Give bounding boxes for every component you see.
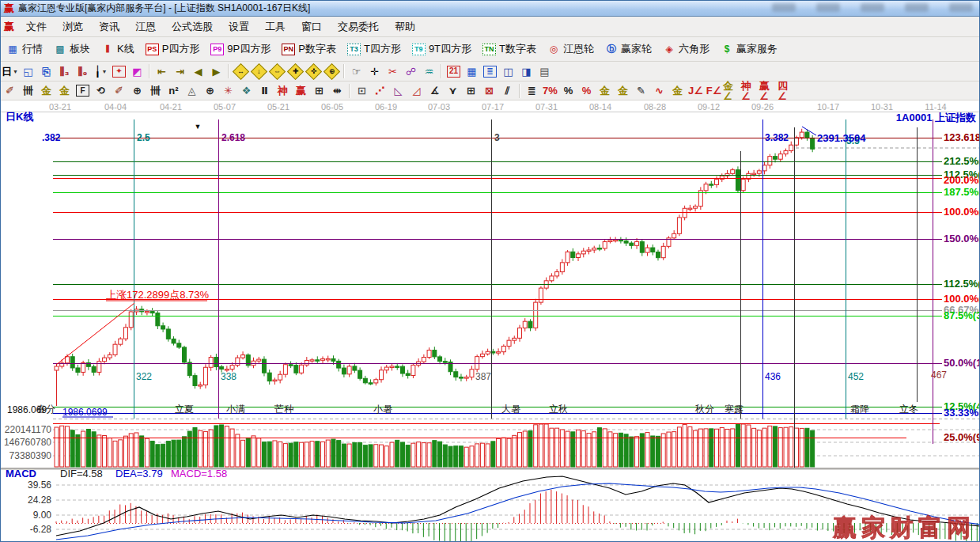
draw-tool-30-icon[interactable]: ≣	[523, 82, 541, 99]
draw-tool-17-icon[interactable]: ⊞	[310, 82, 328, 99]
view-tool-18-icon[interactable]: ✜	[305, 63, 323, 80]
view-tool-7-icon[interactable]: ◩	[128, 63, 146, 80]
view-tool-19-icon[interactable]: ⊕	[323, 63, 341, 80]
view-tool-4-icon[interactable]: ⫼₉	[74, 63, 92, 80]
view-tool-6-icon[interactable]: ✦	[110, 63, 128, 80]
ghost-link-icon[interactable]	[772, 3, 796, 12]
draw-tool-38-icon[interactable]: 金	[668, 82, 687, 99]
draw-tool-27-icon[interactable]: ⊠	[480, 82, 498, 99]
view-tool-14-icon[interactable]: ↔	[232, 63, 250, 80]
draw-tool-5-icon[interactable]: ⟲	[92, 82, 110, 99]
draw-tool-16-icon[interactable]: 赢	[292, 82, 310, 99]
draw-tool-25-icon[interactable]: ⋎	[444, 82, 462, 99]
draw-tool-2-icon[interactable]: 金	[37, 82, 55, 99]
menu-item-帮助[interactable]: 帮助	[387, 20, 423, 34]
draw-tool-6-icon[interactable]: ✐	[110, 82, 128, 99]
toolbar-button-p-square[interactable]: PSP四方形	[140, 40, 206, 59]
view-tool-0-icon[interactable]: 日▼	[1, 63, 19, 80]
draw-tool-8-icon[interactable]: 卌	[146, 82, 165, 99]
toolbar-button-winner-service[interactable]: $赢家服务	[715, 40, 783, 59]
menu-item-江恩[interactable]: 江恩	[127, 20, 164, 34]
view-tool-9-icon[interactable]: ⇤	[153, 63, 171, 80]
draw-tool-18-icon[interactable]: ⇹	[328, 82, 346, 99]
draw-tool-44-icon[interactable]: 四∠	[778, 82, 796, 99]
draw-tool-26-icon[interactable]: ⊞	[462, 82, 480, 99]
view-tool-30-icon[interactable]: ◫	[499, 63, 517, 80]
draw-tool-4-icon[interactable]: F	[74, 82, 92, 99]
view-tool-32-icon[interactable]: ▤	[535, 63, 554, 80]
view-tool-2-icon[interactable]: ⎘	[37, 63, 55, 80]
draw-tool-23-icon[interactable]: ◿	[407, 82, 426, 99]
menu-item-浏览[interactable]: 浏览	[55, 20, 91, 34]
view-tool-3-icon[interactable]: ⫼₃	[55, 63, 74, 80]
view-tool-23-icon[interactable]: ✂	[384, 63, 402, 80]
menu-item-资讯[interactable]: 资讯	[91, 20, 127, 34]
draw-tool-21-icon[interactable]: ⋰	[371, 82, 389, 99]
menu-item-文件[interactable]: 文件	[18, 20, 55, 34]
view-tool-11-icon[interactable]: ◀	[189, 63, 207, 80]
draw-tool-41-icon[interactable]: 金∠	[723, 82, 741, 99]
chart-area[interactable]: 03-2104-0404-2105-0705-2106-0506-1907-03…	[1, 100, 980, 542]
view-tool-15-icon[interactable]: ↓	[250, 63, 268, 80]
menu-item-工具[interactable]: 工具	[257, 20, 293, 34]
view-tool-16-icon[interactable]: ⇔	[268, 63, 286, 80]
view-tool-10-icon[interactable]: ⇥	[171, 63, 189, 80]
draw-tool-28-icon[interactable]: ⫽	[498, 82, 516, 99]
view-tool-5-icon[interactable]: ╽▼	[92, 63, 110, 80]
view-tool-17-icon[interactable]: ✚	[286, 63, 305, 80]
view-tool-22-icon[interactable]: ✛	[365, 63, 384, 80]
chart-canvas[interactable]: 03-2104-0404-2105-0705-2106-0506-1907-03…	[1, 100, 980, 542]
draw-tool-20-icon[interactable]: ⊡	[353, 82, 371, 99]
view-tool-28-icon[interactable]: ▦	[463, 63, 481, 80]
draw-tool-11-icon[interactable]: ⊕	[201, 82, 219, 99]
toolbar-button-p-table[interactable]: PNP数字表	[276, 40, 342, 59]
menu-item-交易委托[interactable]: 交易委托	[330, 20, 387, 34]
view-tool-21-icon[interactable]: ☞	[347, 63, 365, 80]
draw-tool-9-icon[interactable]: n²	[165, 82, 183, 99]
draw-tool-24-icon[interactable]: ∡	[426, 82, 444, 99]
draw-tool-10-icon[interactable]: ◬	[183, 82, 201, 99]
ghost-link-icon[interactable]	[905, 3, 929, 12]
ghost-link-icon[interactable]	[949, 3, 973, 12]
toolbar-button-gann-wheel[interactable]: ◎江恩轮	[542, 40, 600, 59]
draw-tool-13-icon[interactable]: ❖	[237, 82, 255, 99]
draw-tool-15-icon[interactable]: 神	[274, 82, 292, 99]
draw-tool-32-icon[interactable]: %	[559, 82, 577, 99]
draw-tool-37-icon[interactable]: ∿	[650, 82, 668, 99]
draw-tool-42-icon[interactable]: 神∠	[741, 82, 759, 99]
view-tool-1-icon[interactable]: ◱	[19, 63, 37, 80]
menu-item-设置[interactable]: 设置	[221, 20, 257, 34]
view-tool-24-icon[interactable]: ☍	[402, 63, 420, 80]
toolbar-button-winner-wheel[interactable]: ⓑ赢家轮	[600, 40, 657, 59]
draw-tool-22-icon[interactable]: ◺	[389, 82, 407, 99]
draw-tool-7-icon[interactable]: ⊕	[128, 82, 146, 99]
toolbar-button-9p-square[interactable]: P99P四方形	[205, 40, 276, 59]
view-tool-12-icon[interactable]: ▶	[207, 63, 225, 80]
draw-tool-12-icon[interactable]: ✳	[219, 82, 237, 99]
toolbar-button-t-table[interactable]: TNT数字表	[477, 40, 542, 59]
toolbar-button-sectors[interactable]: ▩板块	[48, 40, 96, 59]
draw-tool-31-icon[interactable]: 7%	[541, 82, 559, 99]
toolbar-button-quotes[interactable]: ▦行情	[1, 40, 48, 59]
toolbar-button-9t-square[interactable]: T99T四方形	[407, 40, 477, 59]
draw-tool-0-icon[interactable]: ✐	[1, 82, 19, 99]
ghost-link-icon[interactable]	[816, 3, 840, 12]
draw-tool-34-icon[interactable]: 金	[596, 82, 614, 99]
menu-item-窗口[interactable]: 窗口	[293, 20, 330, 34]
draw-tool-43-icon[interactable]: 赢∠	[759, 82, 778, 99]
draw-tool-3-icon[interactable]: 金	[55, 82, 74, 99]
view-tool-29-icon[interactable]: ≣	[481, 63, 499, 80]
view-tool-27-icon[interactable]: 21	[445, 63, 463, 80]
view-tool-31-icon[interactable]: ◨	[517, 63, 535, 80]
toolbar-button-kline[interactable]: ⫴K线	[96, 40, 140, 59]
draw-tool-14-icon[interactable]: Ⅱ	[255, 82, 274, 99]
draw-tool-1-icon[interactable]: 卌	[19, 82, 37, 99]
draw-tool-40-icon[interactable]: F∠	[705, 82, 723, 99]
draw-tool-36-icon[interactable]: ✎	[632, 82, 650, 99]
draw-tool-35-icon[interactable]: 金	[614, 82, 632, 99]
ghost-link-icon[interactable]	[861, 3, 884, 12]
menu-item-公式选股[interactable]: 公式选股	[164, 20, 221, 34]
draw-tool-39-icon[interactable]: J∠	[687, 82, 705, 99]
toolbar-button-t-square[interactable]: T3T四方形	[342, 40, 407, 59]
view-tool-25-icon[interactable]: ♒	[420, 63, 438, 80]
